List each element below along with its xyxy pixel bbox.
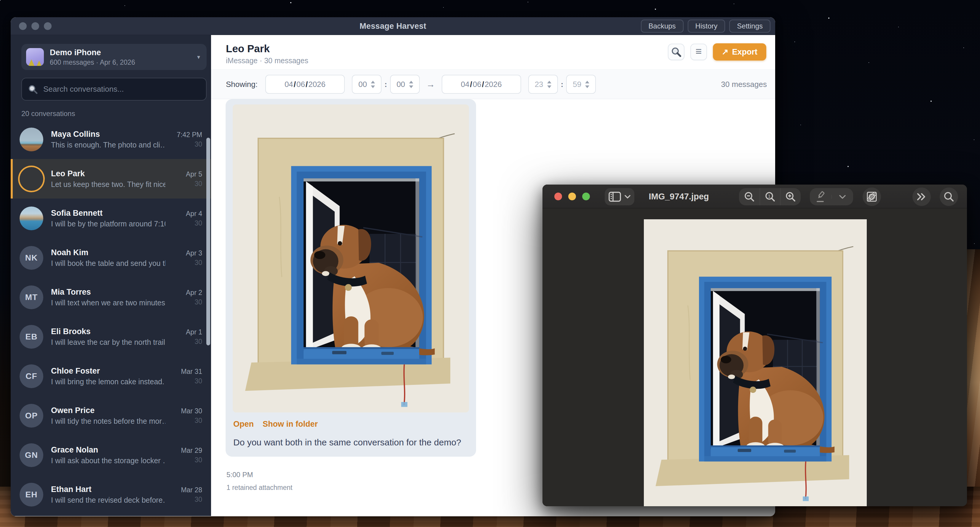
crop-hatch-icon xyxy=(866,191,877,202)
conversation-msg-count: 30 xyxy=(170,495,202,503)
preview-sidebar-toggle-button[interactable] xyxy=(605,188,634,205)
conversation-name: Chloe Foster xyxy=(51,366,165,376)
search-icon xyxy=(28,84,38,94)
avatar xyxy=(19,167,43,191)
conversation-msg-count: 30 xyxy=(170,456,202,464)
conversation-item-chloe-foster[interactable]: CF Chloe Foster I will bring the lemon c… xyxy=(11,356,211,396)
avatar: EH xyxy=(19,483,43,506)
search-input[interactable] xyxy=(43,84,200,94)
message-timestamp: 5:00 PM xyxy=(226,471,253,479)
end-minute-stepper[interactable]: 59 xyxy=(566,75,596,94)
start-hour-stepper[interactable]: 00 xyxy=(352,75,382,94)
time-colon: : xyxy=(385,80,387,89)
history-button[interactable]: History xyxy=(688,19,725,33)
stepper-arrows-icon[interactable] xyxy=(409,81,413,88)
conversation-item-grace-nolan[interactable]: GN Grace Nolan I will ask about the stor… xyxy=(11,435,211,475)
search-conversations-box[interactable] xyxy=(21,78,207,101)
avatar: EB xyxy=(19,325,43,349)
minimize-button[interactable] xyxy=(568,193,576,200)
range-arrow-icon: → xyxy=(426,79,435,89)
sidebar-scrollbar[interactable] xyxy=(206,138,210,345)
more-toolbar-items-button[interactable] xyxy=(912,188,931,206)
start-minute-stepper[interactable]: 00 xyxy=(390,75,420,94)
conversation-item-mia-torres[interactable]: MT Mia Torres I will text when we are tw… xyxy=(11,278,211,317)
conversation-item-lily-ward[interactable]: LW Lily Ward Mar 27 xyxy=(11,514,211,516)
show-in-folder-link[interactable]: Show in folder xyxy=(262,420,318,429)
conversation-name: Noah Kim xyxy=(51,248,165,257)
device-card[interactable]: Demo iPhone 600 messages · Apr 6, 2026 ▾ xyxy=(21,44,207,70)
chevron-down-icon xyxy=(839,195,846,199)
filters-button[interactable] xyxy=(862,188,881,206)
conversation-item-owen-price[interactable]: OP Owen Price I will tidy the notes befo… xyxy=(11,396,211,435)
conversation-date: Apr 2 xyxy=(170,288,202,297)
conversation-date: Mar 30 xyxy=(170,407,202,415)
conversation-item-leo-park-selected[interactable]: Leo Park Let us keep these two. They fit… xyxy=(11,159,211,198)
pencil-icon xyxy=(816,191,826,203)
attachment-photo-dog-window[interactable] xyxy=(233,104,469,412)
avatar: GN xyxy=(19,443,43,467)
conversation-preview: I will be by the platform around 7:10. xyxy=(51,219,165,228)
end-hour-stepper[interactable]: 23 xyxy=(528,75,558,94)
search-messages-button[interactable] xyxy=(668,44,684,60)
settings-button[interactable]: Settings xyxy=(729,19,770,33)
zoom-actual-size-button[interactable]: 1 xyxy=(760,188,780,205)
zoom-out-button[interactable] xyxy=(739,188,760,205)
conversation-preview: I will send the revised deck before… xyxy=(51,495,165,505)
preview-titlebar: IMG_9747.jpeg 1 xyxy=(542,185,967,208)
conversation-msg-count: 30 xyxy=(170,179,202,188)
conversation-list: Maya Collins This is enough. The photo a… xyxy=(11,120,211,516)
conversation-item-maya-collins[interactable]: Maya Collins This is enough. The photo a… xyxy=(11,120,211,159)
zoom-button[interactable] xyxy=(582,193,590,200)
conversation-msg-count: 30 xyxy=(170,416,202,425)
zoom-level-text: 1 xyxy=(768,193,770,198)
search-icon xyxy=(943,192,954,202)
preview-window-controls xyxy=(554,193,590,200)
conversation-msg-count: 30 xyxy=(170,298,202,306)
conversation-msg-count: 30 xyxy=(170,377,202,385)
conversation-subtitle: iMessage · 30 messages xyxy=(226,56,308,65)
export-label: Export xyxy=(732,48,757,57)
avatar: NK xyxy=(19,246,43,270)
stars xyxy=(0,0,1,1)
export-button[interactable]: ↗ Export xyxy=(713,43,766,61)
conversation-item-eli-brooks[interactable]: EB Eli Brooks I will leave the car by th… xyxy=(11,317,211,356)
conversation-item-ethan-hart[interactable]: EH Ethan Hart I will send the revised de… xyxy=(11,475,211,514)
filtered-message-count: 30 messages xyxy=(721,80,767,89)
conversation-date: Apr 3 xyxy=(170,249,202,257)
conversation-date: Apr 4 xyxy=(170,209,202,218)
preview-search-button[interactable] xyxy=(940,188,958,206)
conversation-preview: I will book the table and send you th… xyxy=(51,259,165,268)
markup-menu-chevron-button[interactable] xyxy=(832,195,853,199)
backups-button[interactable]: Backups xyxy=(641,19,684,33)
markup-pencil-button[interactable] xyxy=(810,191,832,203)
conversation-msg-count: 30 xyxy=(170,259,202,267)
conversation-date: Mar 31 xyxy=(170,367,202,376)
conversation-date: Mar 29 xyxy=(170,446,202,455)
conversation-preview: I will text when we are two minutes … xyxy=(51,298,165,307)
conversation-item-noah-kim[interactable]: NK Noah Kim I will book the table and se… xyxy=(11,238,211,278)
stepper-arrows-icon[interactable] xyxy=(585,81,589,88)
stepper-arrows-icon[interactable] xyxy=(371,81,375,88)
end-date-input[interactable]: 04/06/2026 xyxy=(442,75,521,94)
conversation-item-sofia-bennett[interactable]: Sofia Bennett I will be by the platform … xyxy=(11,198,211,238)
conversation-preview: This is enough. The photo and cli… xyxy=(51,141,165,150)
message-list-menu-button[interactable]: ≡ xyxy=(690,44,707,60)
preview-photo-dog-window[interactable] xyxy=(644,219,867,506)
conversation-date: Apr 5 xyxy=(170,170,202,178)
app-titlebar: Message Harvest Backups History Settings xyxy=(11,17,775,35)
conversation-name: Leo Park xyxy=(51,169,165,179)
conversation-msg-count: 30 xyxy=(170,219,202,227)
zoom-in-button[interactable] xyxy=(780,188,801,205)
stepper-arrows-icon[interactable] xyxy=(547,81,551,88)
start-date-input[interactable]: 04/06/2026 xyxy=(265,75,345,94)
conversation-preview: Let us keep these two. They fit nicely. xyxy=(51,180,165,189)
sidebar-panel-icon xyxy=(609,192,621,202)
open-attachment-link[interactable]: Open xyxy=(233,420,254,429)
conversation-preview: I will ask about the storage locker … xyxy=(51,456,165,465)
avatar: OP xyxy=(19,404,43,428)
close-button[interactable] xyxy=(554,193,562,200)
avatar xyxy=(19,206,43,230)
preview-file-title: IMG_9747.jpeg xyxy=(646,185,711,208)
conversation-name: Mia Torres xyxy=(51,287,165,297)
device-photo-icon xyxy=(26,48,44,66)
